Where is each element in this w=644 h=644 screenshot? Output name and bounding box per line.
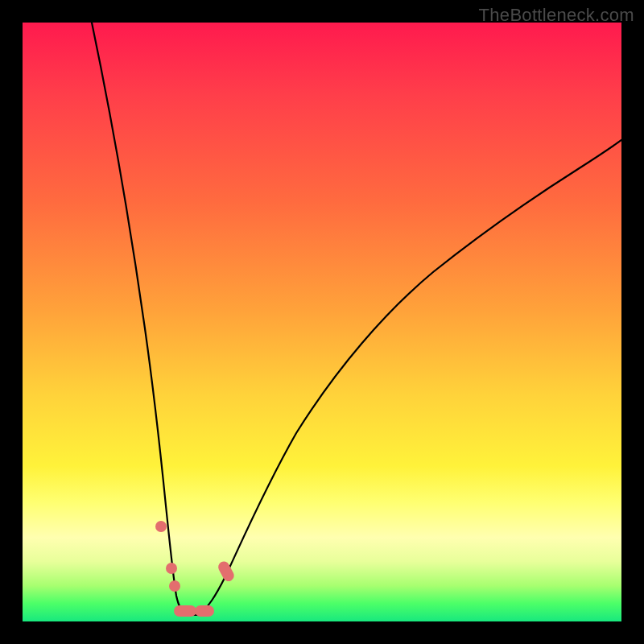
chart-marker-pill — [195, 605, 214, 617]
chart-svg — [23, 23, 621, 621]
chart-marker-pill — [217, 559, 237, 584]
chart-marker-pill — [174, 605, 196, 617]
chart-plot-area — [23, 23, 621, 621]
chart-marker-pill-angled — [217, 559, 237, 584]
curve-left-branch — [92, 23, 188, 615]
chart-marker-dot — [169, 580, 180, 592]
chart-marker-dot — [155, 521, 167, 532]
chart-marker-dot — [166, 563, 177, 574]
watermark-text: TheBottleneck.com — [479, 5, 634, 26]
chart-frame: TheBottleneck.com — [0, 0, 644, 644]
curve-right-branch — [198, 140, 621, 615]
